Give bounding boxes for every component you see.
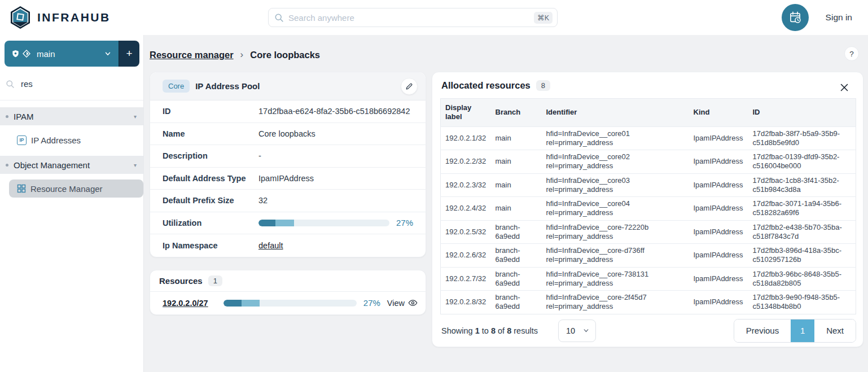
edit-button[interactable] xyxy=(401,78,418,95)
infrahub-logo-icon xyxy=(10,6,30,29)
prefix-link[interactable]: 192.0.2.0/27 xyxy=(163,299,223,308)
cell-id: 17d2fbb3-896d-418a-35bc-c5102957126b xyxy=(748,244,856,268)
branch-icon xyxy=(23,50,30,58)
column-header-branch[interactable]: Branch xyxy=(491,99,542,127)
table-row[interactable]: 192.0.2.3/32 main hfid=InfraDevice__core… xyxy=(441,173,856,197)
sidebar-item-label: IP Addresses xyxy=(31,135,81,145)
cell-kind: IpamIPAddress xyxy=(689,173,748,197)
topbar-right: Sign in xyxy=(782,0,852,35)
left-column: Core IP Address Pool ID 17d2fbaa-e624-8f… xyxy=(150,72,426,315)
id-value: 17d2fbaa-e624-8fa2-35b6-c518b6692842 xyxy=(258,107,413,116)
progress-used-segment xyxy=(258,220,275,226)
name-value: Core loopbacks xyxy=(258,129,413,138)
table-header-row: Display label Branch Identifier Kind ID xyxy=(441,99,856,127)
cell-id: 17d2fbac-3071-1a94-35b6-c518282a69f6 xyxy=(748,197,856,221)
section-collapse-icon: ▾ xyxy=(134,162,137,168)
global-search[interactable]: ⌘K xyxy=(268,8,558,27)
resource-percent-label: 27% xyxy=(363,298,380,308)
pool-details-card: Core IP Address Pool ID 17d2fbaa-e624-8f… xyxy=(150,72,426,257)
add-branch-button[interactable]: + xyxy=(119,41,139,67)
progress-reserved-segment xyxy=(275,220,293,226)
table-row[interactable]: 192.0.2.8/32 branch-6a9edd hfid=InfraDev… xyxy=(441,291,856,314)
badge-icon xyxy=(11,50,20,58)
help-button[interactable]: ? xyxy=(844,46,859,61)
sidebar-item-resource-manager[interactable]: Resource Manager xyxy=(9,180,143,198)
table-row[interactable]: 192.0.2.7/32 branch-6a9edd hfid=InfraDev… xyxy=(441,267,856,291)
detail-row-default-address-type: Default Address Type IpamIPAddress xyxy=(150,168,426,190)
cell-id: 17d2fbb3-9e90-f948-35b5-c51348b4b8b0 xyxy=(748,291,856,314)
eye-icon xyxy=(408,298,418,308)
sidebar-section-object-management[interactable]: Object Management ▾ xyxy=(0,156,143,174)
branch-selector-icons xyxy=(11,50,30,58)
default-address-type-value: IpamIPAddress xyxy=(258,174,413,183)
schedule-button[interactable] xyxy=(782,4,809,31)
cell-id: 17d2fbab-38f7-b5a9-35b9-c51d8b5e9fd0 xyxy=(748,126,856,150)
table-row[interactable]: 192.0.2.5/32 branch-6a9edd hfid=InfraDev… xyxy=(441,220,856,244)
cell-identifier: hfid=InfraDevice__core03 rel=primary_add… xyxy=(542,173,689,197)
section-label: Object Management xyxy=(14,160,90,170)
cell-kind: IpamIPAddress xyxy=(689,220,748,244)
previous-page-button[interactable]: Previous xyxy=(734,320,791,342)
column-header-kind[interactable]: Kind xyxy=(689,99,748,127)
grid-icon xyxy=(17,184,26,193)
cell-branch: main xyxy=(491,126,542,150)
section-label: IPAM xyxy=(14,112,34,121)
pagination: Previous 1 Next xyxy=(734,319,856,343)
table-row[interactable]: 192.0.2.4/32 main hfid=InfraDevice__core… xyxy=(441,197,856,221)
global-search-input[interactable] xyxy=(288,13,534,23)
cell-kind: IpamIPAddress xyxy=(689,291,748,314)
calendar-clock-icon xyxy=(788,10,803,25)
view-button[interactable]: View xyxy=(387,298,418,308)
next-page-button[interactable]: Next xyxy=(814,320,856,342)
cell-identifier: hfid=InfraDevice__core01 rel=primary_add… xyxy=(542,126,689,150)
resources-count-badge: 1 xyxy=(208,275,222,286)
resources-card: Resources 1 192.0.2.0/27 27% View xyxy=(150,270,426,315)
sidebar-filter-input[interactable] xyxy=(21,79,117,89)
resources-card-header: Resources 1 xyxy=(150,270,426,292)
cell-identifier: hfid=InfraDevice__core02 rel=primary_add… xyxy=(542,150,689,174)
chevron-down-icon xyxy=(104,50,112,58)
cell-display-label: 192.0.2.4/32 xyxy=(441,197,491,221)
allocated-table: Display label Branch Identifier Kind ID … xyxy=(440,98,856,314)
column-header-display-label[interactable]: Display label xyxy=(441,99,491,127)
column-header-id[interactable]: ID xyxy=(748,99,856,127)
infrahub-logo[interactable]: INFRAHUB xyxy=(10,6,111,29)
ip-namespace-link[interactable]: default xyxy=(258,241,283,250)
close-panel-button[interactable] xyxy=(838,81,851,94)
allocated-title: Allocated resources xyxy=(441,80,531,91)
chevron-down-icon xyxy=(582,327,590,334)
cell-id: 17d2fbac-1cb8-3f41-35b2-c51b984c3d8a xyxy=(748,173,856,197)
page-size-select[interactable]: 10 xyxy=(558,320,596,342)
sidebar: main + IPAM ▾ IP IP Addresses Object Man… xyxy=(0,35,144,372)
close-icon xyxy=(839,82,849,93)
page-1-button[interactable]: 1 xyxy=(791,320,814,342)
pool-card-title: IP Address Pool xyxy=(195,81,260,91)
column-header-identifier[interactable]: Identifier xyxy=(542,99,689,127)
table-row[interactable]: 192.0.2.2/32 main hfid=InfraDevice__core… xyxy=(441,150,856,174)
allocated-header: Allocated resources 8 xyxy=(440,80,856,91)
table-row[interactable]: 192.0.2.6/32 branch-6a9edd hfid=InfraDev… xyxy=(441,244,856,268)
cell-identifier: hfid=InfraDevice__core-72220b rel=primar… xyxy=(542,220,689,244)
cell-branch: branch-6a9edd xyxy=(491,291,542,314)
sidebar-section-ipam[interactable]: IPAM ▾ xyxy=(0,107,143,125)
cell-identifier: hfid=InfraDevice__core-d736ff rel=primar… xyxy=(542,244,689,268)
breadcrumb-parent-link[interactable]: Resource manager xyxy=(150,50,234,60)
sidebar-filter[interactable] xyxy=(0,68,143,100)
main-content: Resource manager › Core loopbacks ? Core… xyxy=(144,35,868,372)
branch-selector[interactable]: main xyxy=(5,41,119,67)
progress-used-segment xyxy=(223,300,242,307)
sidebar-item-ip-addresses[interactable]: IP IP Addresses xyxy=(0,131,143,149)
cell-display-label: 192.0.2.6/32 xyxy=(441,244,491,268)
table-row[interactable]: 192.0.2.1/32 main hfid=InfraDevice__core… xyxy=(441,126,856,150)
cell-identifier: hfid=InfraDevice__core-2f45d7 rel=primar… xyxy=(542,291,689,314)
cell-identifier: hfid=InfraDevice__core-738131 rel=primar… xyxy=(542,267,689,291)
search-icon xyxy=(274,13,284,23)
cell-display-label: 192.0.2.8/32 xyxy=(441,291,491,314)
cell-kind: IpamIPAddress xyxy=(689,126,748,150)
sign-in-link[interactable]: Sign in xyxy=(826,12,852,23)
section-collapse-icon: ▾ xyxy=(134,113,137,120)
cell-id: 17d2fbb3-96bc-8648-35b5-c518da82b805 xyxy=(748,267,856,291)
search-icon xyxy=(6,80,15,89)
utilization-progress-bar xyxy=(258,220,389,226)
pool-card-header: Core IP Address Pool xyxy=(150,72,426,100)
